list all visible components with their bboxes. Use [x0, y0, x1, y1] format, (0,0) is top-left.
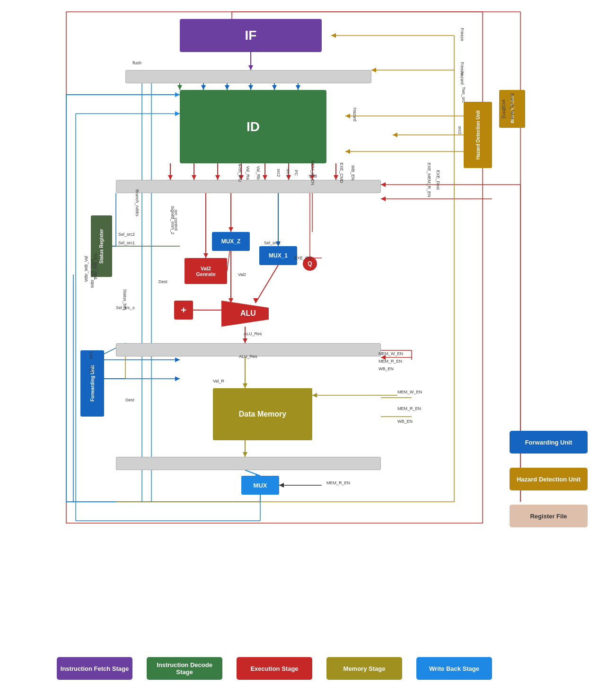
exe-cmd-label: EXE_CMD — [339, 162, 344, 183]
mem-r-en-ex-label: MEM_R_EN — [378, 359, 402, 364]
right-legend: Forwarding Unit Hazard Detection Unit Re… — [510, 431, 588, 527]
mux-1-block: MUX_1 — [259, 246, 297, 265]
legend-writeback: Write Back Stage — [416, 657, 492, 680]
src2-id-label: src2 — [276, 169, 281, 177]
exe-oq-label: EXE_OQ — [294, 256, 312, 260]
hazard-detection-block: Hazard Detection Unit — [464, 102, 492, 168]
b-flag-label: B — [314, 174, 317, 178]
legend-execute-box: Execution Stage — [237, 657, 312, 680]
diagram-container: IF ID MUX_Z MUX_1 Val2 Genrate + ALU Dat… — [0, 0, 616, 694]
branch-taker-label-text: Branch_Taker — [510, 93, 515, 120]
ipu-label: IFrm_IPU — [238, 164, 242, 182]
svg-marker-37 — [334, 175, 338, 180]
right-legend-hazard: Hazard Detection Unit — [510, 468, 588, 490]
val2-gen-block: Val2 Genrate — [185, 258, 227, 284]
val-rb-label: Val_Rb — [256, 166, 261, 180]
sel-src-s-label: Sel_src_s — [116, 305, 135, 310]
bottom-legend: Instruction Fetch Stage Instruction Deco… — [57, 657, 492, 680]
legend-decode-box: Instruction Decode Stage — [147, 657, 222, 680]
mem-r-en-label-1: MEM_R_EN — [397, 406, 421, 411]
alu-res-bar-label: ALU_Res — [239, 354, 257, 359]
svg-text:ALU: ALU — [240, 309, 256, 317]
legend-decode-label: Instruction Decode Stage — [149, 661, 220, 676]
svg-marker-91 — [345, 149, 350, 154]
dest-label-2: Dest — [125, 398, 134, 402]
wb-en-ex-label: WB_EN — [378, 366, 394, 371]
hazard-label: hazard — [460, 71, 465, 85]
svg-marker-62 — [175, 92, 180, 97]
right-legend-forwarding-label: Forwarding Unit — [525, 439, 572, 446]
svg-marker-27 — [215, 175, 220, 180]
legend-execute: Execution Stage — [237, 657, 312, 680]
legend-memory: Memory Stage — [326, 657, 402, 680]
hazard-right-label: Hazard — [352, 107, 357, 121]
sel-src1-label: Sel_src1 — [118, 240, 135, 245]
svg-marker-73 — [381, 196, 386, 201]
src-control-label: src_control — [174, 210, 178, 231]
plus-label: + — [181, 305, 186, 316]
src2-right-label: src2 — [458, 126, 462, 134]
svg-marker-65 — [175, 357, 180, 362]
svg-marker-11 — [177, 85, 182, 90]
branch-addrs-label: Branch_Addrs — [135, 189, 140, 216]
svg-marker-89 — [345, 114, 350, 118]
mem-wb-register — [116, 457, 381, 470]
mem-w-en-ex-label: MEM_W_EN — [378, 351, 403, 356]
if-label: IF — [245, 28, 257, 43]
right-legend-hazard-label: Hazard Detection Unit — [517, 476, 581, 483]
exe-dest-label: EXE_Dest — [436, 170, 440, 190]
svg-marker-13 — [201, 85, 206, 90]
legend-fetch-label: Instruction Fetch Stage — [61, 665, 129, 672]
svg-marker-55 — [243, 452, 247, 457]
svg-marker-21 — [296, 85, 300, 90]
legend-decode: Instruction Decode Stage — [147, 657, 222, 680]
svg-marker-23 — [168, 175, 173, 180]
svg-marker-39 — [229, 227, 233, 232]
svg-marker-17 — [248, 85, 253, 90]
status-reg-label: Status Register — [99, 229, 104, 263]
svg-marker-9 — [371, 68, 376, 72]
val-ra-label: Val_Ra — [246, 166, 250, 180]
right-legend-forwarding-box: Forwarding Unit — [510, 431, 588, 454]
mux-z-label: MUX_Z — [221, 238, 241, 245]
val2-gen-label: Val2 Genrate — [196, 266, 216, 277]
pc-label: PC — [294, 170, 299, 176]
right-legend-regfile-label: Register File — [530, 513, 567, 520]
legend-writeback-box: Write Back Stage — [416, 657, 492, 680]
exe-mem-r-en-label: EXE_MEM_R_EN — [427, 162, 431, 197]
freeze-label-1: Freeze — [460, 28, 465, 41]
mem-w-en-label: MEM_W_EN — [397, 390, 422, 394]
id-block: ID — [180, 90, 326, 163]
two-src-label: Two_src — [461, 87, 466, 103]
src1-right-label: src1[RP1] — [502, 99, 506, 118]
alu-res-label: ALU_Res — [244, 331, 262, 336]
val-r-label: Val_R — [213, 379, 224, 383]
mux-1-label: MUX_1 — [269, 252, 288, 259]
right-legend-regfile: Register File — [510, 505, 588, 527]
data-mem-label: Data Memory — [239, 410, 286, 418]
svg-marker-31 — [263, 175, 267, 180]
dest-label-1: Dest — [158, 279, 167, 284]
src1-label: src1 — [88, 351, 93, 359]
sel-src1-ex-label: Sel_src1 — [264, 240, 281, 245]
svg-marker-76 — [279, 483, 284, 488]
flush-label: flush — [132, 61, 141, 65]
svg-marker-19 — [272, 85, 277, 90]
wbr-wb-val-label: WBr_WB_Val — [84, 256, 88, 282]
svg-marker-67 — [175, 376, 180, 381]
legend-fetch: Instruction Fetch Stage — [57, 657, 132, 680]
if-id-register — [125, 70, 371, 83]
mem-r-en-label-2: MEM_R_EN — [326, 480, 350, 485]
right-legend-hazard-box: Hazard Detection Unit — [510, 468, 588, 490]
forwarding-unit-block: Forwarding Unit — [80, 350, 104, 417]
plus-block: + — [174, 301, 193, 320]
legend-memory-label: Memory Stage — [343, 665, 386, 672]
svg-marker-15 — [225, 85, 229, 90]
svg-marker-82 — [312, 393, 317, 398]
svg-marker-3 — [248, 65, 253, 70]
wb-en-label-2: WB_EN — [397, 419, 413, 424]
wb-en-label-1: WB_EN — [351, 165, 355, 180]
id-label: ID — [246, 119, 260, 134]
src2-label: src2 — [88, 365, 93, 373]
mux-z-block: MUX_Z — [212, 232, 250, 251]
